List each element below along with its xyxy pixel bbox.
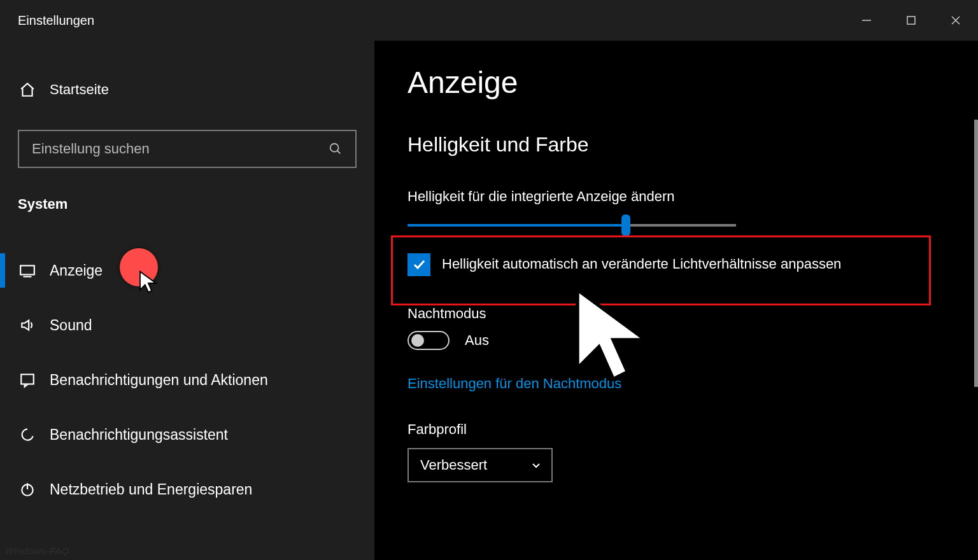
scrollbar[interactable] [974, 120, 978, 387]
annotation-click-marker [120, 248, 158, 286]
power-icon [19, 481, 36, 498]
window-title: Einstellungen [0, 13, 94, 28]
svg-rect-1 [907, 17, 915, 24]
auto-brightness-row[interactable]: Helligkeit automatisch an veränderte Lic… [408, 253, 891, 276]
colorprofile-value: Verbessert [420, 457, 487, 473]
home-label: Startseite [50, 81, 109, 98]
sidebar-item-benachrichtigungen[interactable]: Benachrichtigungen und Aktionen [0, 353, 374, 407]
display-icon [19, 262, 36, 279]
notifications-icon [19, 372, 36, 388]
sidebar-item-anzeige[interactable]: Anzeige [0, 243, 374, 298]
sidebar-item-label: Anzeige [50, 262, 103, 279]
sound-icon [19, 317, 36, 333]
sidebar-item-label: Benachrichtigungen und Aktionen [50, 372, 268, 389]
search-input[interactable] [32, 141, 329, 157]
colorprofile-dropdown[interactable]: Verbessert [408, 448, 553, 482]
search-icon [329, 142, 343, 156]
toggle-knob [411, 334, 424, 347]
main-panel: Anzeige Helligkeit und Farbe Helligkeit … [374, 41, 978, 560]
home-icon [19, 81, 36, 98]
brightness-label: Helligkeit für die integrierte Anzeige ä… [408, 188, 978, 205]
sidebar-item-benachrichtigungsassistent[interactable]: Benachrichtigungsassistent [0, 407, 374, 462]
svg-rect-6 [20, 265, 34, 274]
auto-brightness-label: Helligkeit automatisch an veränderte Lic… [442, 253, 841, 275]
slider-track-empty [624, 224, 736, 227]
brightness-slider[interactable] [408, 223, 736, 228]
nightmode-toggle-row: Aus [408, 331, 978, 350]
sidebar: Startseite System Anzeige Sound [0, 41, 374, 560]
sidebar-item-label: Netzbetrieb und Energiesparen [50, 481, 252, 498]
chevron-down-icon [531, 460, 541, 470]
minimize-button[interactable] [844, 0, 889, 41]
search-box[interactable] [18, 130, 357, 168]
sidebar-section-header: System [0, 196, 374, 213]
nightmode-state: Aus [465, 332, 489, 349]
nightmode-settings-link[interactable]: Einstellungen für den Nachtmodus [408, 375, 621, 392]
close-button[interactable] [933, 0, 978, 41]
sidebar-item-netzbetrieb[interactable]: Netzbetrieb und Energiesparen [0, 462, 374, 517]
maximize-button[interactable] [889, 0, 933, 41]
nightmode-label: Nachtmodus [408, 305, 978, 322]
sidebar-item-sound[interactable]: Sound [0, 298, 374, 353]
page-title: Anzeige [408, 65, 978, 100]
titlebar: Einstellungen [0, 0, 978, 41]
svg-line-5 [337, 151, 341, 154]
svg-point-4 [330, 144, 339, 152]
focus-assist-icon [19, 426, 36, 443]
sidebar-item-label: Sound [50, 317, 92, 334]
sidebar-item-label: Benachrichtigungsassistent [50, 426, 228, 444]
slider-thumb[interactable] [621, 214, 630, 236]
colorprofile-label: Farbprofil [408, 421, 978, 438]
svg-rect-8 [21, 374, 34, 384]
sidebar-nav: Anzeige Sound Benachrichtigungen und Akt… [0, 243, 374, 517]
checkmark-icon [411, 257, 427, 272]
home-link[interactable]: Startseite [0, 73, 374, 107]
watermark: Windows-FAQ [5, 545, 69, 556]
nightmode-toggle[interactable] [408, 331, 450, 350]
slider-track-filled [408, 224, 624, 227]
section-title: Helligkeit und Farbe [408, 133, 978, 157]
auto-brightness-checkbox[interactable] [408, 253, 430, 276]
window-controls [844, 0, 978, 41]
